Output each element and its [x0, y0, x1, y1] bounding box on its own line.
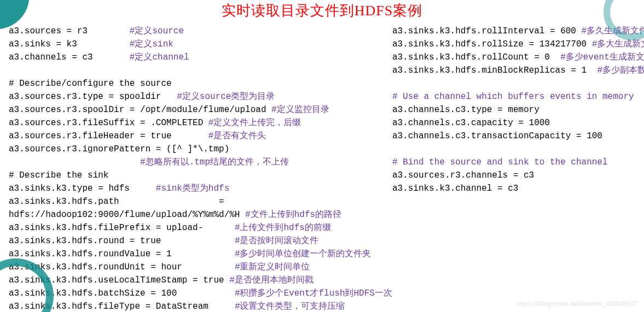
code-line: a3.sources.r3.ignorePattern = ([^ ]*\.tm… [9, 144, 229, 154]
code-line: a3.sinks.k3.hdfs.rollCount = 0 [392, 52, 560, 62]
code-line: a3.sources.r3.type = spooldir [9, 92, 177, 102]
comment: #定义source [130, 26, 184, 36]
code-line: a3.sinks.k3.hdfs.minBlockReplicas = 1 [392, 66, 597, 75]
code-line: a3.sinks.k3.type = hdfs [9, 184, 156, 193]
comment: # Bind the source and sink to the channe… [392, 157, 608, 167]
code-line: a3.channels.c3.capacity = 1000 [392, 118, 550, 128]
watermark: https://blog.csdn.net/weixin_41605937 [517, 299, 637, 308]
comment: #定义source类型为目录 [177, 92, 275, 102]
comment: #忽略所有以.tmp结尾的文件，不上传 [9, 157, 289, 167]
code-line: a3.sinks.k3.hdfs.rollInterval = 600 [392, 26, 582, 36]
code-line: a3.sinks.k3.hdfs.filePrefix = upload- [9, 223, 235, 233]
comment: # Use a channel which buffers events in … [392, 92, 634, 102]
comment: #文件上传到hdfs的路径 [245, 210, 341, 220]
page-title: 实时读取目录文件到HDFS案例 [0, 1, 644, 20]
code-content: a3.sources = r3 #定义source a3.sinks = k3 … [0, 25, 644, 312]
code-line: a3.sinks.k3.hdfs.round = true [9, 236, 235, 246]
code-line: a3.channels = c3 [9, 52, 130, 62]
comment: #上传文件到hdfs的前缀 [235, 223, 331, 233]
comment: #多少event生成新文件 [560, 52, 644, 62]
code-line: a3.sinks.k3.channel = c3 [392, 184, 518, 193]
code-line: a3.channels.c3.transactionCapacity = 100 [392, 131, 602, 141]
comment: #定义监控目录 [271, 105, 329, 115]
code-line: a3.sources.r3.channels = c3 [392, 170, 534, 180]
comment: #多少时间单位创建一个新的文件夹 [235, 249, 372, 259]
code-line: a3.sinks.k3.hdfs.roundValue = 1 [9, 249, 235, 259]
comment: #sink类型为hdfs [156, 184, 229, 193]
code-line: a3.sinks = k3 [9, 39, 130, 49]
code-line: a3.sources.r3.fileSuffix = .COMPLETED [9, 118, 208, 128]
comment: #多大生成新文件 [592, 39, 644, 49]
comment: #设置文件类型，可支持压缩 [235, 302, 345, 311]
comment: #是否使用本地时间戳 [229, 275, 314, 285]
comment: #积攒多少个Event才flush到HDFS一次 [235, 289, 392, 298]
comment: #多少副本数 [597, 66, 644, 75]
comment: #是否按时间滚动文件 [235, 236, 319, 246]
comment: #是否有文件头 [208, 131, 266, 141]
right-column: a3.sinks.k3.hdfs.rollInterval = 600 #多久生… [392, 25, 644, 312]
code-line: a3.sinks.k3.hdfs.path = [9, 197, 224, 207]
code-line: hdfs://hadoop102:9000/flume/upload/%Y%m%… [9, 210, 245, 220]
left-column: a3.sources = r3 #定义source a3.sinks = k3 … [9, 25, 392, 312]
comment: #定义channel [130, 52, 189, 62]
code-line: # Describe/configure the source [9, 79, 172, 89]
code-line: # Describe the sink [9, 170, 108, 180]
comment: #定义sink [130, 39, 173, 49]
comment: #定义文件上传完，后缀 [208, 118, 301, 128]
code-line: a3.sources.r3.fileHeader = true [9, 131, 208, 141]
code-line: a3.sinks.k3.hdfs.rollSize = 134217700 [392, 39, 592, 49]
code-line: a3.sources.r3.spoolDir = /opt/module/flu… [9, 105, 271, 115]
comment: #重新定义时间单位 [235, 262, 310, 272]
code-line: a3.channels.c3.type = memory [392, 105, 539, 115]
